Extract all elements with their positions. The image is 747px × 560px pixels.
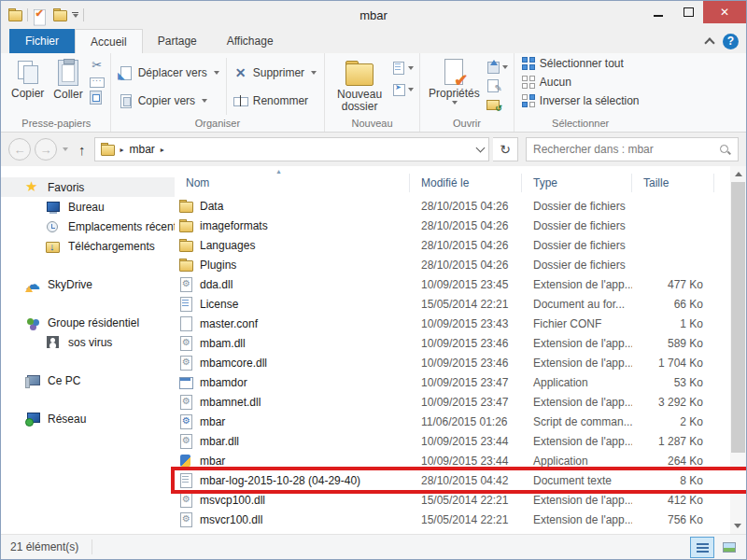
file-name-cell[interactable]: msvcr100.dll (175, 512, 410, 527)
scrollbar-thumb[interactable] (731, 182, 745, 453)
table-row[interactable]: dda.dll10/09/2015 23:45Extension de l'ap… (175, 274, 746, 294)
modified-cell: 28/10/2015 04:26 (410, 200, 522, 213)
details-view-button[interactable] (690, 537, 714, 558)
table-row[interactable]: mbamdor10/09/2015 23:47Application53 Ko (175, 372, 746, 392)
table-row[interactable]: imageformats28/10/2015 04:26Dossier de f… (175, 216, 746, 235)
copy-button[interactable]: Copier (7, 56, 49, 103)
sidebar-item-skydrive[interactable]: SkyDrive (1, 274, 175, 294)
file-name-cell[interactable]: dda.dll (175, 277, 410, 292)
paste-button[interactable]: Coller (49, 56, 87, 104)
sidebar-item-telechargements[interactable]: Téléchargements (1, 236, 175, 256)
table-row[interactable]: mbar10/09/2015 23:44Application264 Ko (175, 451, 746, 470)
file-name-cell[interactable]: msvcp100.dll (175, 493, 410, 508)
new-folder-qat-icon[interactable] (52, 7, 67, 22)
edit-icon[interactable] (486, 78, 500, 92)
qat-customize-button[interactable] (72, 12, 78, 18)
thumbnails-view-button[interactable] (717, 537, 741, 558)
invert-selection-button[interactable]: Inverser la sélection (518, 93, 643, 108)
recent-locations-icon[interactable] (63, 147, 68, 151)
table-row[interactable]: msvcr100.dll15/05/2014 22:21Extension de… (175, 510, 746, 529)
pc-icon (25, 373, 40, 388)
copy-to-button[interactable]: Copier vers (115, 90, 223, 112)
table-row[interactable]: Languages28/10/2015 04:26Dossier de fich… (175, 235, 746, 255)
file-name-cell[interactable]: Languages (175, 238, 410, 253)
table-row[interactable]: mbar11/06/2015 01:26Script de comman...2… (175, 412, 746, 431)
select-all-button[interactable]: Sélectionner tout (518, 56, 643, 71)
folder-icon (178, 218, 193, 233)
easy-access-button[interactable] (392, 82, 414, 96)
rename-button[interactable]: Renommer (230, 90, 320, 112)
maximize-button[interactable] (673, 1, 703, 23)
window-controls: ✕ (643, 1, 746, 23)
file-name-cell[interactable]: master.conf (175, 316, 410, 331)
scroll-up-button[interactable] (730, 166, 746, 182)
help-icon[interactable]: ? (723, 34, 739, 49)
file-name-cell[interactable]: License (175, 297, 410, 312)
forward-button[interactable]: → (35, 138, 57, 161)
delete-button[interactable]: ✕ Supprimer (230, 62, 320, 84)
cut-icon[interactable]: ✂ (90, 58, 105, 73)
sidebar-item-reseau[interactable]: Réseau (1, 409, 175, 428)
file-name-cell[interactable]: mbar (175, 414, 410, 429)
refresh-button[interactable]: ↻ (493, 137, 518, 161)
table-row[interactable]: mbamcore.dll10/09/2015 23:46Extension de… (175, 353, 746, 372)
folder-icon (178, 258, 193, 273)
table-row[interactable]: master.conf10/09/2015 23:43Fichier CONF1… (175, 314, 746, 333)
sidebar-item-ce-pc[interactable]: Ce PC (1, 371, 175, 390)
table-row[interactable]: Plugins28/10/2015 04:26Dossier de fichie… (175, 255, 746, 274)
breadcrumb-separator-icon[interactable]: ▸ (161, 146, 164, 154)
file-name-cell[interactable]: Data (175, 199, 410, 214)
breadcrumb-item[interactable]: mbar (130, 143, 155, 156)
paste-shortcut-icon[interactable] (90, 91, 102, 105)
properties-button[interactable]: Propriétés (424, 56, 485, 107)
select-none-button[interactable]: Aucun (518, 75, 643, 90)
new-folder-button[interactable]: Nouveau dossier (329, 56, 390, 116)
collapse-ribbon-icon[interactable] (704, 37, 714, 48)
copy-path-icon[interactable] (90, 77, 105, 88)
file-name-cell[interactable]: mbamnet.dll (175, 395, 410, 410)
sort-ascending-icon[interactable]: ▲ (275, 168, 282, 175)
table-row[interactable]: mbar.dll10/09/2015 23:44Extension de l'a… (175, 431, 746, 451)
properties-qat-icon[interactable] (33, 9, 42, 19)
tab-partage[interactable]: Partage (143, 29, 212, 53)
file-name-cell[interactable]: mbamdor (175, 375, 410, 390)
column-header-taille[interactable]: Taille (632, 174, 714, 192)
sidebar-item-sos-virus[interactable]: sos virus (1, 332, 175, 352)
sidebar-item-emplacements-recents[interactable]: Emplacements récents (1, 217, 175, 236)
table-row[interactable]: msvcp100.dll15/05/2014 22:21Extension de… (175, 490, 746, 510)
close-button[interactable]: ✕ (703, 1, 746, 23)
file-name-cell[interactable]: mbar.dll (175, 434, 410, 449)
new-item-button[interactable] (392, 61, 414, 75)
history-icon[interactable] (486, 97, 500, 111)
back-button[interactable]: ← (8, 138, 31, 161)
file-name-cell[interactable]: imageformats (175, 218, 410, 233)
table-row[interactable]: License15/05/2014 22:21Document au for..… (175, 294, 746, 314)
breadcrumb[interactable]: ▸ mbar ▸ (94, 137, 490, 161)
search-icon[interactable] (719, 144, 731, 156)
column-header-type[interactable]: Type (522, 174, 632, 192)
column-header-modifie[interactable]: Modifié le (410, 174, 522, 192)
tab-accueil[interactable]: Accueil (75, 29, 143, 53)
search-input[interactable]: Rechercher dans : mbar (526, 137, 739, 161)
minimize-button[interactable] (643, 1, 673, 23)
file-name-cell[interactable]: Plugins (175, 258, 410, 273)
move-to-button[interactable]: Déplacer vers (115, 62, 223, 84)
file-name-cell[interactable]: mbar (175, 454, 410, 469)
sidebar-item-bureau[interactable]: Bureau (1, 197, 175, 217)
tab-affichage[interactable]: Affichage (212, 29, 289, 53)
table-row[interactable]: mbamnet.dll10/09/2015 23:47Extension de … (175, 392, 746, 412)
open-button[interactable] (486, 60, 508, 74)
address-dropdown-icon[interactable] (476, 144, 486, 153)
tab-fichier[interactable]: Fichier (9, 29, 75, 53)
table-row[interactable]: mbam.dll10/09/2015 23:46Extension de l'a… (175, 333, 746, 353)
column-header-nom[interactable]: Nom (175, 174, 410, 192)
file-name-cell[interactable]: mbam.dll (175, 336, 410, 351)
file-name-cell[interactable]: mbamcore.dll (175, 356, 410, 371)
up-button[interactable]: ↑ (78, 142, 86, 158)
file-name-cell[interactable]: mbar-log-2015-10-28 (04-29-40) (175, 473, 410, 488)
table-row-highlighted[interactable]: mbar-log-2015-10-28 (04-29-40)28/10/2015… (175, 470, 746, 490)
table-row[interactable]: Data28/10/2015 04:26Dossier de fichiers (175, 196, 746, 216)
sidebar-item-favoris[interactable]: Favoris (1, 177, 175, 197)
sidebar-item-groupe-residentiel[interactable]: Groupe résidentiel (1, 313, 175, 332)
scroll-down-icon[interactable] (734, 524, 741, 528)
